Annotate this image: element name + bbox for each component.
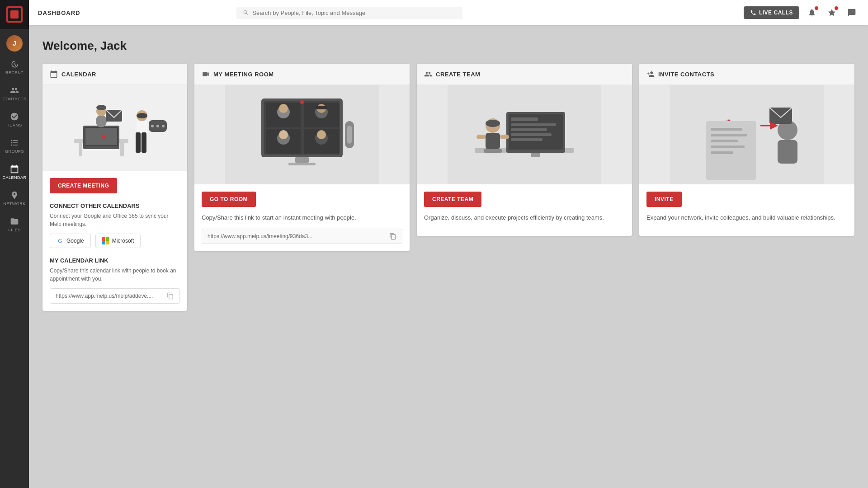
logo-icon	[6, 6, 23, 23]
invite-illustration	[639, 85, 854, 184]
teams-icon	[10, 112, 19, 121]
favorites-button[interactable]	[825, 5, 839, 20]
microsoft-icon	[102, 237, 109, 244]
teams-label: TEAMS	[7, 123, 22, 127]
network-label: NETWORK	[3, 202, 26, 206]
svg-rect-67	[711, 145, 745, 148]
svg-rect-37	[295, 157, 309, 163]
svg-rect-38	[288, 163, 316, 165]
svg-rect-3	[120, 143, 124, 156]
sidebar: J RECENT CONTACTS TEAMS GROUPS CALENDAR …	[0, 0, 29, 488]
meeting-room-illustration	[194, 85, 410, 184]
app-logo[interactable]	[0, 0, 29, 29]
meeting-url-text: https://www.app.melp.us/imeeting/936da3.…	[208, 233, 386, 239]
phone-icon	[750, 9, 756, 16]
message-icon	[847, 8, 856, 17]
create-team-card: CREATE TEAM	[417, 64, 632, 236]
svg-rect-32	[316, 106, 327, 109]
groups-icon	[10, 138, 19, 147]
svg-point-36	[317, 130, 326, 139]
svg-rect-46	[511, 117, 538, 121]
sidebar-item-groups[interactable]: GROUPS	[0, 133, 29, 159]
calendar-illustration	[42, 85, 187, 171]
video-header-icon	[202, 70, 210, 78]
sidebar-item-teams[interactable]: TEAMS	[0, 107, 29, 133]
meeting-room-card: MY MEETING ROOM	[194, 64, 410, 251]
meeting-url-input[interactable]: https://www.app.melp.us/imeeting/936da3.…	[202, 229, 402, 244]
sidebar-item-recent[interactable]: RECENT	[0, 54, 29, 80]
create-team-desc: Organize, discuss, and execute projects …	[424, 213, 625, 222]
calendar-illustration-svg	[47, 85, 183, 171]
svg-rect-13	[136, 132, 141, 153]
meeting-room-title: MY MEETING ROOM	[213, 71, 274, 78]
create-team-header: CREATE TEAM	[417, 64, 632, 85]
invite-contacts-card-body: INVITE Expand your network, invite colle…	[639, 184, 854, 236]
avatar[interactable]: J	[6, 35, 23, 52]
svg-point-19	[162, 125, 165, 127]
calendar-card: CALENDAR	[42, 64, 187, 311]
recent-label: RECENT	[5, 70, 24, 75]
calendar-link-url: https://www.app.melp.us/melp/addeve....	[56, 293, 163, 299]
invite-svg	[670, 85, 824, 184]
meeting-room-card-header: MY MEETING ROOM	[194, 64, 410, 85]
copy-calendar-link-button[interactable]	[167, 292, 174, 300]
invite-desc: Expand your network, invite colleagues, …	[646, 213, 847, 222]
svg-rect-65	[711, 134, 747, 136]
svg-rect-55	[500, 135, 509, 139]
copy-meeting-icon	[389, 233, 396, 240]
sidebar-item-calendar[interactable]: CALENDAR	[0, 159, 29, 185]
favorites-badge	[835, 6, 838, 10]
meeting-room-svg	[225, 85, 379, 184]
copy-icon	[167, 292, 174, 300]
calendar-link-input[interactable]: https://www.app.melp.us/melp/addeve....	[50, 288, 180, 304]
go-to-room-button[interactable]: GO TO ROOM	[202, 192, 256, 207]
contacts-label: CONTACTS	[3, 97, 27, 101]
search-bar[interactable]	[236, 7, 462, 19]
create-team-card-body: CREATE TEAM Organize, discuss, and execu…	[417, 184, 632, 236]
copy-meeting-link-button[interactable]	[389, 233, 396, 240]
contacts-icon	[10, 86, 19, 95]
invite-header-icon	[646, 70, 655, 78]
svg-point-20	[102, 135, 105, 139]
svg-rect-48	[511, 128, 547, 131]
svg-rect-54	[486, 133, 500, 149]
svg-rect-49	[511, 133, 552, 136]
svg-rect-68	[711, 151, 733, 154]
sidebar-item-network[interactable]: NETWORK	[0, 185, 29, 211]
invite-button[interactable]: INVITE	[646, 192, 682, 207]
svg-point-9	[96, 105, 106, 110]
calendar-link-desc: Copy/Share this calendar link with peopl…	[50, 267, 180, 283]
svg-rect-64	[711, 128, 742, 131]
svg-rect-56	[476, 135, 486, 139]
calendar-card-body: CREATE MEETING CONNECT OTHER CALENDARS C…	[42, 171, 187, 311]
search-icon	[243, 9, 249, 16]
live-calls-label: LIVE CALLS	[759, 9, 793, 16]
svg-point-11	[137, 113, 147, 118]
invite-contacts-card: INVITE CONTACTS	[639, 64, 854, 236]
google-icon: G	[57, 237, 64, 244]
network-icon	[10, 191, 19, 200]
messages-button[interactable]	[844, 5, 859, 20]
svg-point-7	[96, 115, 107, 127]
notifications-badge	[815, 6, 818, 10]
cards-grid: CALENDAR	[42, 64, 854, 311]
create-team-button[interactable]: CREATE TEAM	[424, 192, 481, 207]
sidebar-item-files[interactable]: FILES	[0, 211, 29, 238]
svg-point-17	[151, 125, 154, 127]
recent-icon	[10, 60, 19, 69]
connect-title: CONNECT OTHER CALENDARS	[50, 202, 180, 209]
create-team-illustration	[417, 85, 632, 184]
svg-rect-51	[531, 153, 540, 157]
topbar-title: DASHBOARD	[38, 9, 92, 16]
calendar-link-title: MY CALENDAR LINK	[50, 257, 180, 264]
create-meeting-button[interactable]: CREATE MEETING	[50, 178, 117, 193]
live-calls-button[interactable]: LIVE CALLS	[744, 6, 799, 19]
notifications-button[interactable]	[805, 5, 819, 20]
search-input[interactable]	[252, 9, 456, 16]
connect-calendars-section: CONNECT OTHER CALENDARS Connect your Goo…	[50, 202, 180, 248]
sidebar-item-contacts[interactable]: CONTACTS	[0, 80, 29, 107]
google-connect-button[interactable]: G Google	[50, 234, 91, 248]
svg-rect-6	[85, 128, 117, 145]
microsoft-connect-button[interactable]: Microsoft	[95, 234, 141, 248]
calendar-header-icon	[50, 70, 58, 78]
